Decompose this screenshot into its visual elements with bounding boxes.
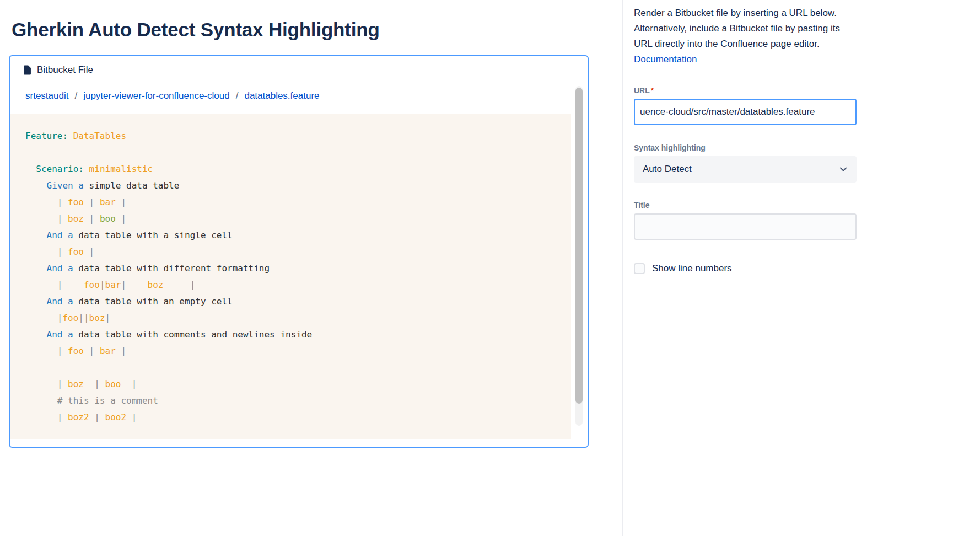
code-token: bar xyxy=(100,346,116,356)
code-token xyxy=(84,379,94,389)
show-line-numbers-checkbox[interactable] xyxy=(634,263,645,274)
code-line: And a data table with different formatti… xyxy=(25,260,560,277)
code-token: And a xyxy=(47,230,73,240)
code-line: | foo | bar | xyxy=(25,194,560,211)
code-token: minimalistic xyxy=(89,164,153,174)
chevron-down-icon xyxy=(839,165,848,174)
code-token: | xyxy=(121,280,126,290)
code-block: Feature: DataTables Scenario: minimalist… xyxy=(10,114,571,439)
code-token: boz xyxy=(148,280,164,290)
code-token: simple data table xyxy=(84,180,179,191)
code-token: | xyxy=(57,346,68,356)
code-token: data table with a single cell xyxy=(73,230,233,240)
breadcrumb-link[interactable]: jupyter-viewer-for-confluence-cloud xyxy=(83,90,230,101)
code-token: # this is a comment xyxy=(57,395,158,406)
code-token: | xyxy=(100,280,105,290)
breadcrumb: srtestaudit/jupyter-viewer-for-confluenc… xyxy=(10,82,588,114)
code-token: And a xyxy=(47,296,73,307)
code-token xyxy=(25,263,47,274)
code-token: || xyxy=(78,313,89,323)
code-line: And a data table with comments and newli… xyxy=(25,326,560,343)
syntax-field: Syntax highlighting Auto Detect xyxy=(634,143,857,183)
code-line: | foo | xyxy=(25,244,560,260)
code-token: | xyxy=(89,412,105,422)
code-token xyxy=(126,280,148,290)
code-token xyxy=(25,230,47,240)
code-token: Given a xyxy=(47,180,84,191)
file-icon xyxy=(23,65,31,75)
code-token xyxy=(121,379,131,389)
documentation-link[interactable]: Documentation xyxy=(634,54,697,65)
code-token xyxy=(25,329,47,340)
scrollbar-track[interactable] xyxy=(575,86,583,426)
code-line: Feature: DataTables xyxy=(25,128,560,144)
code-token: boo xyxy=(105,379,121,389)
code-token: bar xyxy=(105,280,121,290)
macro-config-panel: Render a Bitbucket file by inserting a U… xyxy=(622,0,980,536)
code-token: DataTables xyxy=(73,131,126,141)
breadcrumb-link[interactable]: datatables.feature xyxy=(244,90,319,101)
code-token xyxy=(25,246,57,257)
code-token: | xyxy=(57,412,68,422)
code-line xyxy=(25,360,560,376)
code-line: | foo|bar| boz | xyxy=(25,277,560,293)
show-line-numbers-row: Show line numbers xyxy=(634,263,857,274)
code-token: And a xyxy=(47,263,73,274)
code-token: | xyxy=(84,213,100,224)
code-token: | xyxy=(116,197,126,207)
code-token xyxy=(25,412,57,422)
code-token xyxy=(25,296,47,307)
page-title: Gherkin Auto Detect Syntax Highlighting xyxy=(12,19,622,41)
code-token: boo xyxy=(100,213,116,224)
url-label: URL* xyxy=(634,86,857,95)
bitbucket-file-macro[interactable]: Bitbucket File srtestaudit/jupyter-viewe… xyxy=(9,55,589,448)
code-token: | xyxy=(57,379,68,389)
code-token: boo2 xyxy=(105,412,127,422)
code-line: | boz | boo | xyxy=(25,211,560,227)
code-line: # this is a comment xyxy=(25,393,560,409)
code-token: | xyxy=(190,280,196,290)
syntax-select[interactable]: Auto Detect xyxy=(634,156,857,183)
code-token: And a xyxy=(47,329,73,340)
code-token xyxy=(62,280,84,290)
page-content: Gherkin Auto Detect Syntax Highlighting … xyxy=(0,0,622,536)
code-line: And a data table with an empty cell xyxy=(25,293,560,310)
breadcrumb-link[interactable]: srtestaudit xyxy=(25,90,68,101)
code-token xyxy=(25,197,57,207)
code-token: | xyxy=(132,379,137,389)
code-line: And a data table with a single cell xyxy=(25,227,560,244)
code-token xyxy=(25,395,57,406)
code-line: Scenario: minimalistic xyxy=(25,161,560,178)
code-token: bar xyxy=(100,197,116,207)
title-field: Title xyxy=(634,201,857,240)
url-input[interactable] xyxy=(634,99,857,125)
code-token: foo xyxy=(84,280,100,290)
code-token: boz xyxy=(89,313,105,323)
code-line: |foo||boz| xyxy=(25,310,560,326)
code-line: Given a simple data table xyxy=(25,178,560,194)
title-input[interactable] xyxy=(634,213,857,240)
code-token xyxy=(84,164,89,174)
breadcrumb-separator: / xyxy=(74,90,77,101)
required-asterisk: * xyxy=(651,86,654,95)
code-token xyxy=(25,164,36,174)
code-token: data table with comments and newlines in… xyxy=(73,329,312,340)
code-token: | xyxy=(57,280,63,290)
macro-description-text: Render a Bitbucket file by inserting a U… xyxy=(634,8,840,49)
code-token: | xyxy=(84,346,100,356)
file-view: srtestaudit/jupyter-viewer-for-confluenc… xyxy=(10,82,588,439)
syntax-select-value: Auto Detect xyxy=(643,164,692,175)
title-label: Title xyxy=(634,201,857,210)
code-token: | xyxy=(94,379,105,389)
code-token: | xyxy=(84,246,94,257)
code-token xyxy=(25,346,57,356)
code-token: Scenario: xyxy=(36,164,84,174)
breadcrumb-separator: / xyxy=(236,90,239,101)
syntax-label: Syntax highlighting xyxy=(634,143,857,152)
scrollbar-thumb[interactable] xyxy=(575,88,583,404)
code-token: | xyxy=(57,213,68,224)
code-line: | boz | boo | xyxy=(25,376,560,393)
code-token: data table with different formatting xyxy=(73,263,270,274)
url-field: URL* xyxy=(634,86,857,125)
code-token: | xyxy=(116,213,126,224)
